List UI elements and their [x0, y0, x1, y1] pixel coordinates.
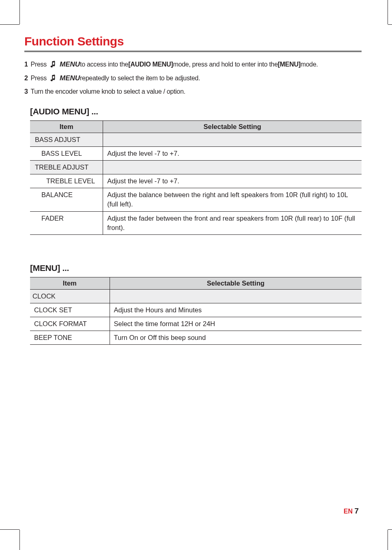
- audio-item-cell: BASS LEVEL: [30, 147, 103, 161]
- menu-item-cell: CLOCK SET: [30, 303, 110, 317]
- page-footer: EN 7: [344, 507, 359, 516]
- audio-item-cell: TREBLE ADJUST: [30, 161, 103, 174]
- audio-item-cell: FADER: [30, 211, 103, 234]
- menu-item-cell: BEEP TONE: [30, 331, 110, 345]
- table-row: BEEP TONETurn On or Off this beep sound: [30, 331, 362, 345]
- step-text-part: [MENU]: [278, 61, 300, 68]
- step-pre-text: Turn the encoder volume knob to select a…: [31, 88, 185, 95]
- step-pre-text: Press: [31, 61, 47, 68]
- audio-col-item: Item: [30, 121, 103, 133]
- music-note-icon: [50, 61, 56, 68]
- table-row: BASS ADJUST: [30, 133, 362, 147]
- menu-setting-cell: Turn On or Off this beep sound: [110, 331, 362, 345]
- menu-heading: [MENU] ...: [30, 263, 362, 273]
- table-row: TREBLE LEVELAdjust the level -7 to +7.: [30, 174, 362, 188]
- audio-col-setting: Selectable Setting: [103, 121, 362, 133]
- audio-menu-table: Item Selectable Setting BASS ADJUSTBASS …: [30, 120, 362, 235]
- audio-setting-cell: Adjust the level -7 to +7.: [103, 174, 362, 188]
- table-row: BASS LEVELAdjust the level -7 to +7.: [30, 147, 362, 161]
- table-row: BALANCEAdjust the balance between the ri…: [30, 188, 362, 211]
- audio-setting-cell: [103, 133, 362, 147]
- audio-item-cell: TREBLE LEVEL: [30, 174, 103, 188]
- menu-setting-cell: Adjust the Hours and Minutes: [110, 303, 362, 317]
- footer-page-num: 7: [354, 507, 359, 515]
- menu-item-cell: CLOCK: [30, 289, 110, 303]
- table-row: CLOCK FORMATSelect the time format 12H o…: [30, 317, 362, 331]
- audio-setting-cell: Adjust the level -7 to +7.: [103, 147, 362, 161]
- menu-button-label: MENU: [60, 74, 80, 82]
- step-text-part: repeatedly to select the item to be adju…: [80, 75, 200, 82]
- title-rule: [24, 51, 362, 52]
- menu-table: Item Selectable Setting CLOCKCLOCK SETAd…: [30, 277, 362, 345]
- audio-setting-cell: [103, 161, 362, 174]
- menu-button-label: MENU: [60, 60, 80, 69]
- footer-lang: EN: [344, 508, 353, 515]
- step-text-part: [AUDIO MENU]: [128, 61, 173, 68]
- audio-item-cell: BASS ADJUST: [30, 133, 103, 147]
- step-3: 3Turn the encoder volume knob to select …: [24, 88, 362, 95]
- menu-setting-cell: Select the time format 12H or 24H: [110, 317, 362, 331]
- menu-col-setting: Selectable Setting: [110, 277, 362, 289]
- music-note-icon: [50, 75, 56, 82]
- audio-setting-cell: Adjust the fader between the front and r…: [103, 211, 362, 234]
- page-title: Function Settings: [24, 34, 362, 48]
- table-row: TREBLE ADJUST: [30, 161, 362, 174]
- audio-menu-heading: [AUDIO MENU] ...: [30, 107, 362, 116]
- menu-item-cell: CLOCK FORMAT: [30, 317, 110, 331]
- menu-setting-cell: [110, 289, 362, 303]
- step-num: 3: [24, 88, 28, 95]
- step-text-part: mode.: [300, 61, 318, 68]
- step-num: 1: [24, 61, 28, 68]
- step-1: 1PressMENU to access into the [AUDIO MEN…: [24, 60, 362, 69]
- step-text-part: to access into the: [80, 61, 128, 68]
- table-row: CLOCK SETAdjust the Hours and Minutes: [30, 303, 362, 317]
- step-pre-text: Press: [31, 75, 47, 82]
- audio-item-cell: BALANCE: [30, 188, 103, 211]
- step-2: 2PressMENU repeatedly to select the item…: [24, 74, 362, 82]
- table-row: FADERAdjust the fader between the front …: [30, 211, 362, 234]
- menu-col-item: Item: [30, 277, 110, 289]
- step-num: 2: [24, 75, 28, 82]
- audio-setting-cell: Adjust the balance between the right and…: [103, 188, 362, 211]
- step-text-part: mode, press and hold to enter into the: [173, 61, 278, 68]
- table-row: CLOCK: [30, 289, 362, 303]
